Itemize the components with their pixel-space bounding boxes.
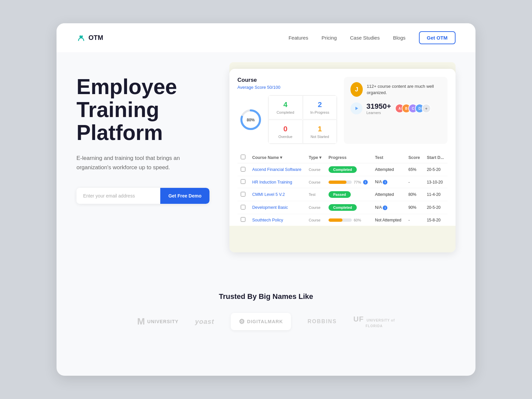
email-input[interactable] (76, 188, 160, 204)
test-cell: Attempted (372, 188, 405, 201)
col-start-date: Start D... (424, 152, 448, 163)
logo-icon (76, 33, 86, 43)
trusted-section: Trusted By Big Names Like M UNIVERSITY y… (57, 272, 475, 347)
score-cell: - (405, 176, 423, 188)
logo-yoast: yoast (195, 318, 214, 326)
logos-row: M UNIVERSITY yoast ⚙ DIGITALMARK ROBBINS… (76, 313, 456, 330)
progress-badge: Completed (329, 166, 357, 173)
trusted-title: Trusted By Big Names Like (76, 292, 456, 301)
col-progress: Progress (325, 152, 372, 163)
nav-pricing[interactable]: Pricing (322, 35, 337, 41)
logo-digitalmark: ⚙ DIGITALMARK (231, 313, 291, 330)
test-cell: N/A i (372, 176, 405, 188)
progress-circle: 80% (237, 95, 264, 144)
score-cell: 80% (405, 188, 423, 201)
course-link[interactable]: Ascend Financial Software (252, 167, 301, 172)
hero-title: Employee Training Platform (76, 75, 216, 144)
date-cell: 11-4-20 (424, 188, 448, 201)
progress-bar: 60% (329, 218, 368, 222)
logo-uf: UF UNIVERSITY ofFLORIDA (353, 315, 395, 328)
row-type: Course (309, 205, 321, 209)
date-cell: 20-5-20 (424, 201, 448, 214)
table-row: Ascend Financial Software Course Complet… (237, 163, 448, 176)
nav-blogs[interactable]: Blogs (393, 35, 406, 41)
demo-button[interactable]: Get Free Demo (160, 188, 209, 204)
na-info-dot: i (383, 180, 387, 185)
hero-section: Employee Training Platform E-learning an… (57, 52, 475, 272)
main-card: OTM Features Pricing Case Studies Blogs … (57, 23, 475, 376)
bg-accent-bottom (229, 226, 456, 252)
email-form: Get Free Demo (76, 188, 209, 204)
col-score: Score (405, 152, 423, 163)
robbins-text: ROBBINS (308, 319, 337, 325)
progress-badge: Completed (329, 204, 357, 211)
course-link[interactable]: Southtech Policy (252, 218, 283, 222)
avatar: J (350, 82, 363, 97)
yoast-text: yoast (195, 318, 214, 326)
col-course-name: Course Name ▾ (249, 152, 305, 163)
table-row: Southtech Policy Course 60% (237, 214, 448, 226)
nav-case-studies[interactable]: Case Studies (350, 35, 380, 41)
avatar-plus: + (422, 104, 431, 113)
dashboard-top: Course Average Score 50/100 80% (237, 77, 448, 144)
row-checkbox[interactable] (241, 192, 245, 197)
navbar: OTM Features Pricing Case Studies Blogs … (57, 23, 475, 52)
svg-marker-5 (355, 107, 358, 110)
row-type: Test (309, 193, 316, 197)
logo[interactable]: OTM (76, 33, 103, 43)
logo-robbins: ROBBINS (308, 319, 337, 325)
row-checkbox[interactable] (241, 205, 245, 209)
nav-links: Features Pricing Case Studies Blogs Get … (289, 31, 456, 44)
score-cell: 65% (405, 163, 423, 176)
row-checkbox[interactable] (241, 179, 245, 184)
progress-bar-bg (329, 181, 352, 184)
logo-university: M UNIVERSITY (137, 316, 178, 327)
learners-row: 31950+ Learners A B C D + (350, 102, 441, 115)
date-cell: 20-5-20 (424, 163, 448, 176)
uf-text: UF UNIVERSITY ofFLORIDA (353, 315, 395, 328)
course-stats: Course Average Score 50/100 80% (237, 77, 337, 144)
dashboard-card: Course Average Score 50/100 80% (229, 69, 456, 252)
avatar-stack: A B C D + (398, 104, 431, 113)
course-link[interactable]: HR Induction Training (252, 180, 292, 185)
na-info-dot: i (383, 205, 387, 210)
progress-bar-fill (329, 181, 346, 184)
course-table: Course Name ▾ Type ▾ Progress Test Score… (237, 152, 448, 226)
progress-badge: Passed (329, 191, 351, 198)
progress-bar-fill (329, 218, 342, 222)
digitalmark-text: DIGITALMARK (247, 319, 283, 324)
svg-point-1 (80, 35, 82, 36)
play-icon (350, 102, 362, 114)
testimonial-box: J 112+ course content are much well orga… (344, 77, 448, 144)
m-letter-icon: M (137, 316, 145, 327)
nav-features[interactable]: Features (289, 35, 308, 41)
course-link[interactable]: Development Basic (252, 205, 288, 210)
date-cell: 15-8-20 (424, 214, 448, 226)
stat-in-progress: 2 In-Progress (303, 95, 337, 119)
test-cell: Attempted (372, 163, 405, 176)
table-row: HR Induction Training Course 77% i (237, 176, 448, 188)
date-cell: 13-10-20 (424, 176, 448, 188)
row-checkbox[interactable] (241, 217, 245, 222)
stat-not-started: 1 Not Started (303, 120, 337, 144)
score-cell: 90% (405, 201, 423, 214)
row-type: Course (309, 180, 321, 184)
col-type: Type ▾ (306, 152, 325, 163)
course-stat-title: Course (237, 77, 337, 83)
learner-count-block: 31950+ Learners (366, 102, 391, 115)
test-cell: Not Attempted (372, 214, 405, 226)
hero-right: Course Average Score 50/100 80% (229, 62, 456, 252)
row-checkbox[interactable] (241, 167, 245, 172)
gear-icon: ⚙ (239, 318, 245, 326)
stat-completed: 4 Completed (268, 95, 303, 119)
score-cell: - (405, 214, 423, 226)
table-row: CMMI Level 5 V.2 Test Passed Attempted 8… (237, 188, 448, 201)
get-otm-button[interactable]: Get OTM (419, 31, 456, 44)
select-all-checkbox[interactable] (241, 155, 245, 159)
info-dot: i (363, 180, 368, 185)
course-link[interactable]: CMMI Level 5 V.2 (252, 192, 285, 197)
table-row: Development Basic Course Completed N/A i… (237, 201, 448, 214)
avg-score: Average Score 50/100 (237, 85, 337, 90)
testimonial-top: J 112+ course content are much well orga… (350, 82, 441, 97)
progress-bar-bg (329, 218, 352, 222)
